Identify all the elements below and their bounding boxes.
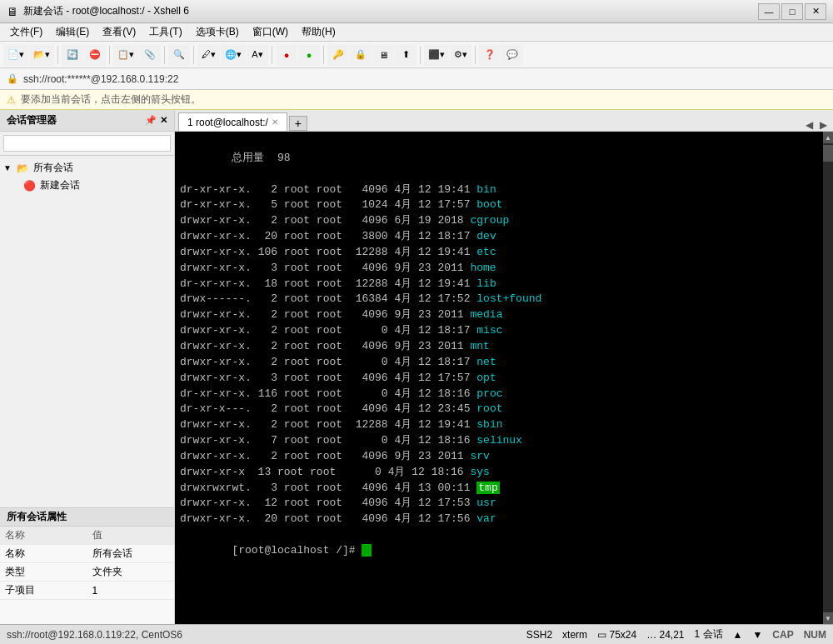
terminal-tab-1[interactable]: 1 root@localhost:/ ✕: [178, 112, 287, 131]
tb-btn-disconnect[interactable]: ⛔: [84, 44, 106, 66]
minimize-button[interactable]: —: [758, 3, 780, 20]
terminal-screen[interactable]: 总用量 98 dr-xr-xr-x. 2 root root 4096 4月 1…: [175, 132, 833, 624]
scroll-thumb[interactable]: [823, 145, 833, 162]
tb-btn-globe[interactable]: 🌐▾: [221, 44, 246, 66]
tb-btn-chat[interactable]: 💬: [501, 44, 523, 66]
tb-btn-key[interactable]: 🔑: [327, 44, 349, 66]
tb-btn-help[interactable]: ❓: [479, 44, 501, 66]
tb-btn-font[interactable]: A▾: [247, 44, 268, 66]
tab-label: 1 root@localhost:/: [187, 117, 268, 128]
tb-btn-paste[interactable]: 📎: [139, 44, 161, 66]
tb-btn-search[interactable]: 🔍: [168, 44, 190, 66]
terminal-line: drwxr-xr-x. 7 root root 0 4月 12 18:16 se…: [180, 433, 828, 449]
menu-view[interactable]: 查看(V): [96, 23, 142, 41]
toolbar-group-3: 📋▾ 📎: [113, 44, 161, 66]
menu-edit[interactable]: 编辑(E): [49, 23, 96, 41]
lock-icon: 🔒: [7, 73, 18, 84]
sidebar-properties: 所有会话属性 名称 值 名称 所有会话 类型 文件夹 子项目 1: [0, 507, 174, 624]
terminal-line: drwxr-xr-x. 3 root root 4096 9月 23 2011 …: [180, 261, 828, 277]
tb-btn-copy[interactable]: 📋▾: [113, 44, 138, 66]
toolbar-sep-1: [57, 46, 58, 64]
sidebar-pin-btn[interactable]: 📌: [145, 115, 157, 126]
terminal-line: drwxr-xr-x. 2 root root 0 4月 12 18:17 ne…: [180, 355, 828, 371]
terminal-line: drwxr-xr-x. 2 root root 4096 9月 23 2011 …: [180, 307, 828, 323]
terminal-lines: dr-xr-xr-x. 2 root root 4096 4月 12 19:41…: [180, 182, 828, 528]
terminal-line: dr-xr-xr-x. 116 root root 0 4月 12 18:16 …: [180, 387, 828, 402]
toolbar-sep-6: [323, 46, 324, 64]
sidebar-new-session-label: 新建会话: [40, 178, 80, 192]
sidebar-search-input[interactable]: [3, 135, 171, 152]
scroll-track: [823, 162, 833, 612]
scroll-down-status-btn[interactable]: ▼: [752, 629, 762, 641]
status-bar: ssh://root@192.168.0.119:22, CentOS6 SSH…: [0, 624, 833, 644]
sidebar-close-btn[interactable]: ✕: [160, 115, 167, 126]
close-button[interactable]: ✕: [805, 3, 826, 20]
props-header-row: 名称 值: [0, 527, 174, 545]
tb-btn-red[interactable]: ●: [276, 44, 297, 66]
sidebar-tree: ▼ 📂 所有会话 🔴 新建会话: [0, 156, 174, 507]
toolbar-group-1: 📄▾ 📂▾: [3, 44, 54, 66]
terminal-line: drwxr-xr-x. 20 root root 3800 4月 12 18:1…: [180, 229, 828, 245]
address-url: ssh://root:******@192.168.0.119:22: [23, 73, 178, 85]
tb-btn-reconnect[interactable]: 🔄: [62, 44, 83, 66]
toolbar: 📄▾ 📂▾ 🔄 ⛔ 📋▾ 📎 🔍 🖊▾ 🌐▾ A▾ ● ● 🔑 🔒 🖥 ⬆ ⬛▾…: [0, 42, 833, 68]
menu-help[interactable]: 帮助(H): [295, 23, 342, 41]
status-terminal-size: ▭ 75x24: [597, 629, 636, 641]
prompt-text: [root@localhost /]#: [232, 544, 362, 557]
terminal-line: drwxr-xr-x. 106 root root 12288 4月 12 19…: [180, 245, 828, 261]
tab-navigation: ◀ ▶: [803, 119, 830, 131]
scroll-up-status-btn[interactable]: ▲: [733, 629, 743, 641]
tb-btn-lock[interactable]: 🔒: [350, 44, 372, 66]
cap-indicator: CAP: [772, 629, 793, 641]
terminal-line: drwxr-xr-x. 3 root root 4096 4月 12 17:57…: [180, 371, 828, 387]
new-session-button[interactable]: 📄▾: [3, 44, 28, 66]
status-cursor: … 24,21: [646, 629, 684, 641]
tb-btn-monitor[interactable]: 🖥: [372, 44, 394, 66]
props-type-label: 类型: [0, 563, 87, 582]
menu-tabs[interactable]: 选项卡(B): [189, 23, 246, 41]
tb-btn-color[interactable]: 🖊▾: [197, 44, 220, 66]
status-sessions: 1 会话: [695, 627, 723, 642]
terminal-line: drwxr-xr-x. 20 root root 4096 4月 12 17:5…: [180, 512, 828, 527]
tab-nav-right[interactable]: ▶: [817, 119, 830, 131]
props-row-type: 类型 文件夹: [0, 563, 174, 582]
tb-btn-transfer[interactable]: ⬛▾: [424, 44, 449, 66]
menu-window[interactable]: 窗口(W): [246, 23, 295, 41]
props-children-value: 1: [87, 582, 175, 600]
menu-file[interactable]: 文件(F): [3, 23, 49, 41]
tab-close-btn[interactable]: ✕: [272, 117, 278, 127]
terminal-prompt-line: [root@localhost /]#: [180, 527, 828, 575]
terminal-line: dr-xr-xr-x. 2 root root 4096 4月 12 19:41…: [180, 182, 828, 198]
terminal-line: drwxr-xr-x. 2 root root 4096 9月 23 2011 …: [180, 339, 828, 355]
sidebar-item-all-sessions[interactable]: ▼ 📂 所有会话: [0, 159, 174, 177]
status-protocol: SSH2: [526, 629, 552, 641]
props-children-label: 子项目: [0, 582, 87, 600]
toolbar-group-8: ⬛▾ ⚙▾: [424, 44, 471, 66]
new-session-icon: 🔴: [23, 180, 37, 192]
maximize-button[interactable]: □: [781, 3, 803, 20]
open-button[interactable]: 📂▾: [29, 44, 54, 66]
props-col-value: 值: [87, 527, 175, 545]
folder-open-icon: 📂: [17, 162, 30, 174]
props-row-name: 名称 所有会话: [0, 545, 174, 563]
terminal-line: drwxrwxrwt. 3 root root 4096 4月 13 00:11…: [180, 481, 828, 497]
add-tab-button[interactable]: +: [289, 116, 307, 131]
menu-tools[interactable]: 工具(T): [142, 23, 188, 41]
tree-expander: ▼: [3, 163, 17, 172]
toolbar-sep-8: [475, 46, 476, 64]
sidebar-item-new-session[interactable]: 🔴 新建会话: [0, 177, 174, 194]
tab-nav-left[interactable]: ◀: [803, 119, 816, 131]
terminal-tabs: 1 root@localhost:/ ✕ + ◀ ▶: [175, 110, 833, 132]
props-type-value: 文件夹: [87, 563, 175, 582]
terminal-line: drwxr-xr-x. 2 root root 4096 9月 23 2011 …: [180, 449, 828, 465]
tb-btn-green[interactable]: ●: [298, 44, 320, 66]
toolbar-group-5: 🖊▾ 🌐▾ A▾: [197, 44, 268, 66]
props-name-value: 所有会话: [87, 545, 175, 563]
scroll-down-btn[interactable]: ▼: [823, 612, 833, 624]
window-controls: — □ ✕: [758, 3, 826, 20]
scroll-up-btn[interactable]: ▲: [823, 132, 833, 143]
tb-btn-upload[interactable]: ⬆: [395, 44, 416, 66]
toolbar-sep-4: [193, 46, 194, 64]
terminal-line: dr-xr-x---. 2 root root 4096 4月 12 23:45…: [180, 402, 828, 417]
tb-btn-settings[interactable]: ⚙▾: [450, 44, 471, 66]
